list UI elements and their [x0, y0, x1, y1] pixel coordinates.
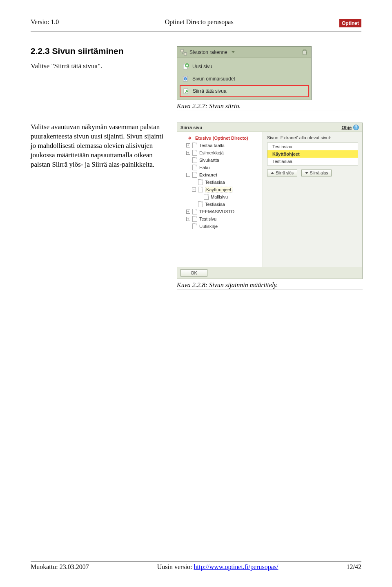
menu-item-new-page[interactable]: Uusi sivu — [180, 60, 309, 73]
list-item-label: Testiasiaa — [272, 159, 292, 164]
menu-item-label: Siirrä tätä sivua — [193, 88, 227, 94]
svg-rect-1 — [184, 53, 187, 55]
tree-row[interactable]: Testiasiaa — [179, 201, 261, 208]
latest-version-link[interactable]: http://www.optinet.fi/perusopas/ — [194, 563, 278, 570]
intro-text: Valitse "Siirrä tätä sivua". — [31, 62, 169, 71]
list-item-label: Testiasiaa — [272, 144, 292, 149]
figure-caption-1: Kuva 2.2.7: Sivun siirto. — [177, 103, 361, 110]
menu-item-label: Uusi sivu — [192, 64, 212, 69]
menu-item-move-page[interactable]: Siirrä tätä sivua — [180, 85, 309, 97]
tree-label: Haku — [199, 165, 210, 170]
list-item-label: Käyttöohjeet — [272, 152, 300, 156]
tree-label: Testiasiaa — [205, 202, 225, 207]
page-icon — [192, 143, 197, 148]
list-item[interactable]: Testiasiaa — [267, 158, 358, 165]
button-label: Siirrä ylös — [276, 171, 294, 175]
trash-icon[interactable] — [301, 49, 308, 56]
move-page-icon — [183, 88, 189, 94]
home-arrow-icon — [187, 135, 193, 141]
arrow-up-icon — [271, 172, 274, 174]
screenshot-move-dialog: Siirrä sivu Ohje ? Etusivu (Optinet Dire… — [177, 123, 363, 279]
footer-rule — [31, 561, 361, 562]
move-down-button[interactable]: Siirrä alas — [301, 170, 332, 176]
expand-icon[interactable]: + — [186, 210, 190, 214]
help-icon[interactable]: ? — [353, 125, 359, 130]
section-heading: 2.2.3 Sivun siirtäminen — [31, 46, 169, 56]
page-icon — [192, 223, 197, 229]
tree-label: Testaa täällä — [199, 143, 225, 148]
header-rule — [31, 31, 361, 32]
page-icon — [192, 150, 197, 156]
tree-pane[interactable]: Etusivu (Optinet Directo)+Testaa täällä+… — [177, 132, 263, 267]
help-link[interactable]: Ohje — [342, 125, 352, 130]
caption-rule-2 — [177, 290, 363, 290]
page-icon — [192, 157, 197, 163]
chevron-down-icon — [230, 49, 236, 56]
tree-label: Testiasiaa — [205, 180, 225, 185]
tree-row[interactable]: +Testisivu — [179, 215, 261, 223]
tree-row[interactable]: +TEEMASIVUSTO — [179, 208, 261, 215]
page-number: 12/42 — [347, 563, 361, 571]
screenshot-context-menu: Sivuston rakenne Uusi sivu — [177, 46, 312, 100]
optinet-logo: Optinet — [339, 19, 361, 27]
page-icon — [198, 187, 203, 192]
expand-icon[interactable]: - — [186, 173, 190, 177]
tree-label: Uutiskirje — [199, 224, 218, 229]
svg-rect-0 — [181, 49, 183, 52]
tree-row[interactable]: Etusivu (Optinet Directo) — [179, 134, 261, 142]
info-page-icon: i — [183, 76, 189, 82]
tree-row[interactable]: -Extranet — [179, 171, 261, 179]
tree-icon — [180, 49, 187, 56]
plus-page-icon — [183, 63, 189, 70]
menu-item-page-properties[interactable]: i Sivun ominaisuudet — [180, 73, 309, 85]
button-label: Siirrä alas — [310, 171, 328, 175]
caption-rule-1 — [177, 111, 361, 111]
expand-icon[interactable]: + — [186, 217, 190, 221]
tree-row[interactable]: Uutiskirje — [179, 223, 261, 230]
page-icon — [192, 172, 197, 178]
right-pane-heading: Sivun 'Extranet' alla olevat sivut: — [267, 135, 358, 140]
subpage-list[interactable]: TestiasiaaKäyttöohjeetTestiasiaa — [267, 143, 358, 165]
page-icon — [192, 216, 197, 222]
figure-caption-2: Kuva 2.2.8: Sivun sijainnin määrittely. — [177, 281, 363, 289]
page-icon — [198, 179, 203, 185]
arrow-down-icon — [305, 172, 308, 174]
tree-row[interactable]: Mallisivu — [179, 193, 261, 201]
list-item[interactable]: Testiasiaa — [267, 143, 358, 150]
doc-title: Optinet Directo perusopas — [165, 18, 234, 26]
tree-row[interactable]: +Esimerkkejä — [179, 149, 261, 156]
page-icon — [198, 201, 203, 207]
tree-row[interactable]: -Käyttöohjeet — [179, 186, 261, 193]
list-item[interactable]: Käyttöohjeet — [267, 150, 358, 158]
modified-date: Muokattu: 23.03.2007 — [31, 563, 89, 571]
version-label: Versio: 1.0 — [31, 18, 59, 26]
expand-icon[interactable]: - — [192, 187, 196, 192]
tree-label: Sivukartta — [199, 158, 219, 163]
instruction-text: Valitse avautuvan näkymän vasemman palst… — [31, 123, 169, 170]
tree-row[interactable]: Testiasiaa — [179, 179, 261, 186]
tree-label: Extranet — [199, 172, 217, 177]
tree-label: TEEMASIVUSTO — [199, 209, 234, 214]
tree-label: Käyttöohjeet — [205, 187, 232, 192]
expand-icon[interactable]: + — [186, 151, 190, 155]
tree-label: Mallisivu — [211, 194, 228, 199]
tree-row[interactable]: Haku — [179, 164, 261, 171]
latest-version: Uusin versio: http://www.optinet.fi/peru… — [157, 563, 278, 571]
dialog-title: Siirrä sivu — [180, 125, 202, 130]
tree-row[interactable]: +Testaa täällä — [179, 142, 261, 149]
page-icon — [204, 194, 209, 200]
tree-label: Esimerkkejä — [199, 150, 224, 155]
page-icon — [192, 209, 197, 214]
menu-title: Sivuston rakenne — [189, 49, 227, 55]
tree-label: Etusivu (Optinet Directo) — [195, 136, 248, 141]
tree-row[interactable]: Sivukartta — [179, 156, 261, 164]
ok-button[interactable]: OK — [180, 269, 207, 277]
menu-item-label: Sivun ominaisuudet — [192, 76, 235, 82]
move-up-button[interactable]: Siirrä ylös — [267, 170, 297, 176]
svg-rect-2 — [303, 50, 306, 51]
tree-label: Testisivu — [199, 216, 216, 221]
expand-icon[interactable]: + — [186, 143, 190, 147]
page-icon — [192, 165, 197, 170]
